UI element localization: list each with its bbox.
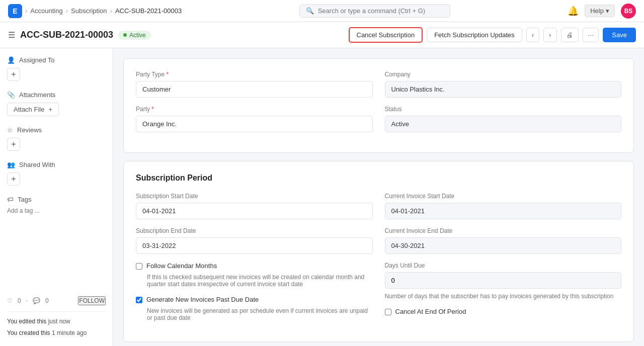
- search-bar[interactable]: 🔍: [299, 4, 450, 18]
- print-button[interactable]: 🖨: [561, 28, 579, 42]
- generate-invoices-hint: New invoices will be generated as per sc…: [136, 307, 373, 321]
- days-until-due-hint: Number of days that the subscriber has t…: [385, 293, 622, 300]
- attach-file-label: Attach File: [14, 106, 44, 113]
- current-invoice-start-group: Current Invoice Start Date: [385, 193, 622, 219]
- party-row: Party * Status: [136, 106, 621, 132]
- add-tag-link[interactable]: Add a tag ...: [7, 207, 106, 214]
- cancel-subscription-button[interactable]: Cancel Subscription: [349, 27, 423, 43]
- breadcrumb-accounting[interactable]: Accounting: [30, 7, 62, 15]
- top-nav-right: 🔔 Help ▾ BS: [568, 4, 636, 19]
- company-input[interactable]: [385, 81, 622, 98]
- toolbar-right: Cancel Subscription Fetch Subscription U…: [349, 27, 636, 43]
- shared-with-header: 👥 Shared With: [7, 161, 106, 168]
- attachments-header: 📎 Attachments: [7, 91, 106, 99]
- current-invoice-start-label: Current Invoice Start Date: [385, 193, 622, 200]
- more-options-button[interactable]: ···: [583, 28, 599, 42]
- likes-count: 0: [18, 297, 21, 304]
- likes-row: ♡ 0 · 💬 0 FOLLOW: [7, 296, 106, 312]
- next-record-button[interactable]: ›: [543, 28, 556, 42]
- bottom-row: Follow Calendar Months If this is checke…: [136, 262, 621, 329]
- generate-invoices-checkbox[interactable]: [136, 297, 142, 303]
- like-icon[interactable]: ♡: [7, 297, 13, 304]
- plus-icon: +: [48, 106, 52, 113]
- current-invoice-start-input[interactable]: [385, 203, 622, 219]
- shared-with-section: 👥 Shared With +: [7, 161, 106, 186]
- party-type-group: Party Type *: [136, 71, 373, 98]
- shared-icon: 👥: [7, 161, 15, 168]
- party-type-row: Party Type * Company: [136, 71, 621, 98]
- activity-log: You edited this just now You created thi…: [7, 317, 106, 338]
- breadcrumb: E › Accounting › Subscription › ACC-SUB-…: [8, 4, 182, 18]
- sub-start-date-input[interactable]: [136, 203, 373, 219]
- cancel-at-end-label: Cancel At End Of Period: [395, 308, 466, 315]
- comment-icon[interactable]: 💬: [33, 297, 40, 304]
- tags-label: Tags: [18, 196, 31, 203]
- sub-end-date-label: Subscription End Date: [136, 227, 373, 234]
- party-label: Party *: [136, 106, 373, 113]
- top-nav: E › Accounting › Subscription › ACC-SUB-…: [0, 0, 644, 22]
- generate-invoices-label: Generate New Invoices Past Due Date: [146, 296, 259, 303]
- sub-end-date-input[interactable]: [136, 237, 373, 254]
- search-input[interactable]: [318, 7, 444, 15]
- cancel-at-end-checkbox[interactable]: [385, 309, 391, 315]
- toolbar-left: ☰ ACC-SUB-2021-00003 Active: [8, 30, 151, 40]
- sidebar: 👤 Assigned To + 📎 Attachments Attach Fil…: [0, 48, 113, 346]
- notification-bell-icon[interactable]: 🔔: [568, 6, 579, 17]
- star-icon: ☆: [7, 126, 13, 134]
- breadcrumb-doc-id: ACC-SUB-2021-00003: [115, 7, 182, 15]
- breadcrumb-subscription[interactable]: Subscription: [71, 7, 107, 15]
- dates-row-2: Subscription End Date Current Invoice En…: [136, 227, 621, 254]
- follow-calendar-row: Follow Calendar Months: [136, 262, 373, 270]
- search-icon: 🔍: [306, 7, 314, 15]
- shared-with-add-button[interactable]: +: [7, 172, 20, 186]
- follow-calendar-hint: If this is checked subsequent new invoic…: [136, 274, 373, 288]
- reviews-header: ☆ Reviews: [7, 126, 106, 134]
- assigned-to-header: 👤 Assigned To: [7, 56, 106, 64]
- company-group: Company: [385, 71, 622, 98]
- assigned-to-label: Assigned To: [19, 56, 55, 64]
- save-button[interactable]: Save: [603, 28, 636, 42]
- status-dot: [123, 33, 127, 37]
- status-input[interactable]: [385, 116, 622, 132]
- generate-invoices-row: Generate New Invoices Past Due Date: [136, 296, 373, 303]
- follow-calendar-checkbox[interactable]: [136, 263, 142, 270]
- fetch-subscription-updates-button[interactable]: Fetch Subscription Updates: [427, 28, 522, 42]
- content-area: Party Type * Company Party *: [113, 48, 644, 346]
- status-label: Status: [385, 106, 622, 113]
- party-type-label: Party Type *: [136, 71, 373, 78]
- subscription-period-card: Subscription Period Subscription Start D…: [123, 161, 634, 342]
- activity-item-1: You edited this just now: [7, 317, 106, 326]
- subscription-period-title: Subscription Period: [136, 174, 621, 183]
- company-label: Company: [385, 71, 622, 78]
- reviews-add-button[interactable]: +: [7, 138, 20, 151]
- status-group: Status: [385, 106, 622, 132]
- assigned-to-add-button[interactable]: +: [7, 68, 20, 81]
- attachments-label: Attachments: [19, 91, 55, 99]
- attach-file-button[interactable]: Attach File +: [7, 103, 59, 116]
- current-invoice-end-input[interactable]: [385, 237, 622, 254]
- tag-icon: 🏷: [7, 196, 14, 203]
- app-icon[interactable]: E: [8, 4, 22, 18]
- assigned-to-section: 👤 Assigned To +: [7, 56, 106, 81]
- dates-row-1: Subscription Start Date Current Invoice …: [136, 193, 621, 219]
- activity-item-2: You created this 1 minute ago: [7, 328, 106, 338]
- sub-end-date-group: Subscription End Date: [136, 227, 373, 254]
- party-type-input[interactable]: [136, 81, 373, 98]
- doc-title: ACC-SUB-2021-00003: [20, 30, 113, 40]
- sub-start-date-group: Subscription Start Date: [136, 193, 373, 219]
- current-invoice-end-label: Current Invoice End Date: [385, 227, 622, 234]
- status-label: Active: [129, 32, 146, 39]
- cancel-at-end-row: Cancel At End Of Period: [385, 308, 622, 315]
- days-until-due-label: Days Until Due: [385, 262, 622, 269]
- shared-with-label: Shared With: [19, 161, 55, 168]
- chevron-down-icon: ▾: [606, 7, 609, 15]
- party-input[interactable]: [136, 116, 373, 132]
- main-layout: 👤 Assigned To + 📎 Attachments Attach Fil…: [0, 48, 644, 346]
- days-until-due-field: Days Until Due: [385, 262, 622, 289]
- days-until-due-input[interactable]: [385, 272, 622, 289]
- prev-record-button[interactable]: ‹: [526, 28, 539, 42]
- help-button[interactable]: Help ▾: [585, 5, 615, 17]
- party-info-card: Party Type * Company Party *: [123, 58, 634, 153]
- follow-button[interactable]: FOLLOW: [78, 296, 106, 305]
- hamburger-icon[interactable]: ☰: [8, 30, 15, 40]
